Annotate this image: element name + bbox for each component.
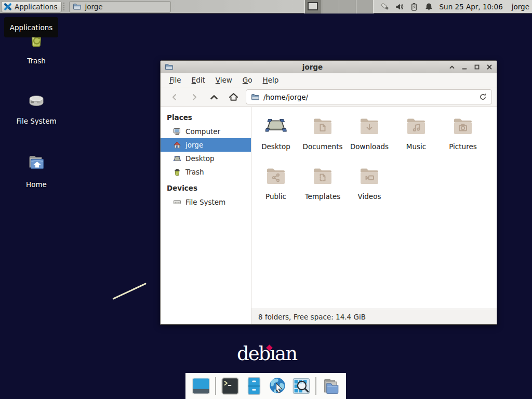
main-pane: Desktop Documents Downloads Music Pictur…: [251, 107, 497, 324]
bell-tray-icon[interactable]: [424, 3, 433, 11]
folder-public[interactable]: Public: [252, 163, 299, 201]
reload-button[interactable]: [479, 93, 487, 101]
dock-app-finder-button[interactable]: [291, 376, 311, 396]
sidebar-item-desktop[interactable]: Desktop: [161, 152, 251, 165]
workspace-2[interactable]: [322, 0, 339, 14]
volume-tray-icon[interactable]: [395, 3, 404, 11]
folder-documents[interactable]: Documents: [299, 113, 346, 151]
menu-view[interactable]: View: [210, 74, 237, 86]
dock-show-desktop-button[interactable]: [191, 376, 211, 396]
folder-window-icon: [73, 3, 82, 10]
desktop-place-icon: [173, 154, 181, 163]
desktop-background[interactable]: { "panel": { "applications_label": "Appl…: [0, 0, 532, 399]
dock-separator: [215, 377, 216, 395]
home-place-icon: [173, 141, 181, 149]
dock-terminal-button[interactable]: [220, 376, 240, 396]
camera-folder-icon: [450, 113, 475, 138]
statusbar-text: 8 folders, Free space: 14.4 GiB: [258, 313, 366, 321]
sidebar-item-file-system[interactable]: File System: [161, 195, 251, 209]
menubar: FileEditViewGoHelp: [161, 73, 497, 87]
statusbar: 8 folders, Free space: 14.4 GiB: [251, 309, 497, 324]
workspace-1[interactable]: [305, 0, 322, 14]
menu-help[interactable]: Help: [258, 74, 284, 86]
folder-desktop[interactable]: Desktop: [252, 113, 299, 151]
workspace-3[interactable]: [339, 0, 356, 14]
folder-videos[interactable]: Videos: [346, 163, 393, 201]
menu-go[interactable]: Go: [237, 74, 258, 86]
desktop-icon-file-system[interactable]: File System: [8, 87, 64, 125]
homefolder-big-icon: [24, 151, 49, 176]
folder-music[interactable]: Music: [393, 113, 440, 151]
desktop-icons-area: Trash File System Home: [0, 0, 83, 399]
sidebar: Places Computer jorge Desktop Trash Devi…: [161, 107, 251, 324]
file-grid: Desktop Documents Downloads Music Pictur…: [251, 107, 497, 309]
menu-edit[interactable]: Edit: [187, 74, 210, 86]
video-folder-icon: [357, 163, 382, 188]
workspace-switcher: [304, 0, 374, 14]
home-button[interactable]: [224, 90, 243, 104]
dock-separator: [315, 377, 316, 395]
dock-web-browser-button[interactable]: [268, 376, 287, 396]
shade-button[interactable]: [448, 63, 455, 70]
app-finder-icon: [291, 376, 311, 396]
window-titlebar[interactable]: jorge: [161, 61, 497, 73]
sidebar-item-jorge[interactable]: jorge: [161, 138, 251, 152]
drive-big-icon: [24, 87, 49, 112]
path-bar[interactable]: /home/jorge/: [246, 89, 492, 104]
file-manager-window: jorge FileEditViewGoHelp /home/jorge/ Pl…: [160, 60, 497, 325]
pen-tray-icon[interactable]: [381, 3, 390, 11]
places-list: Computer jorge Desktop Trash: [161, 125, 251, 179]
sidebar-item-computer[interactable]: Computer: [161, 125, 251, 138]
toolbar: /home/jorge/: [161, 87, 497, 107]
dock-file-cabinet-button[interactable]: [244, 376, 264, 396]
system-tray: [381, 3, 433, 11]
panel-handle: [63, 3, 68, 10]
dock: [185, 373, 346, 399]
taskbar-window-button[interactable]: jorge: [69, 1, 171, 12]
back-button[interactable]: [165, 90, 183, 104]
minimize-button[interactable]: [461, 63, 468, 70]
window-folder-icon: [165, 63, 174, 71]
folder-downloads[interactable]: Downloads: [346, 113, 393, 151]
template-folder-icon: [310, 163, 335, 188]
panel-clock[interactable]: Sun 25 Apr, 10:06: [440, 3, 503, 11]
debian-logo: debıan: [237, 343, 297, 365]
desktop-icon-home[interactable]: Home: [8, 151, 64, 189]
taskbar-window-label: jorge: [85, 3, 102, 11]
xfce-logo-icon: [4, 3, 12, 11]
applications-menu-label: Applications: [15, 3, 57, 11]
top-panel: Applications jorge Sun 25 Apr, 10:06 jor…: [0, 0, 532, 14]
maximize-button[interactable]: [473, 63, 480, 70]
music-folder-icon: [404, 113, 429, 138]
dock-folder-open-button[interactable]: [321, 376, 340, 396]
applications-tooltip: Applications: [4, 17, 58, 37]
terminal-icon: [220, 376, 240, 396]
share-folder-icon: [263, 163, 288, 188]
devices-header: Devices: [161, 181, 251, 195]
workspace-4[interactable]: [356, 0, 374, 14]
devices-list: File System: [161, 195, 251, 209]
drawn-line: [112, 283, 147, 300]
folder-pictures[interactable]: Pictures: [440, 113, 486, 151]
path-input[interactable]: /home/jorge/: [263, 93, 475, 101]
document-folder-icon: [310, 113, 335, 138]
applications-menu-button[interactable]: Applications: [1, 1, 62, 12]
folder-open-icon: [321, 376, 340, 396]
close-button[interactable]: [486, 63, 493, 70]
debian-logo-text: debıan: [237, 342, 297, 365]
forward-button[interactable]: [185, 90, 203, 104]
menu-file[interactable]: File: [164, 74, 187, 86]
path-folder-icon: [251, 93, 260, 101]
web-browser-icon: [268, 376, 287, 396]
file-cabinet-icon: [244, 376, 264, 396]
folder-templates[interactable]: Templates: [299, 163, 346, 201]
pager-window-thumb: [308, 2, 318, 10]
panel-username: jorge: [512, 3, 529, 11]
window-controls: [448, 63, 493, 70]
desktop-special-folder-icon: [263, 113, 288, 138]
battery-tray-icon[interactable]: [410, 3, 419, 11]
download-folder-icon: [357, 113, 382, 138]
sidebar-item-trash[interactable]: Trash: [161, 165, 251, 179]
show-desktop-icon: [191, 376, 211, 396]
up-button[interactable]: [205, 90, 223, 104]
